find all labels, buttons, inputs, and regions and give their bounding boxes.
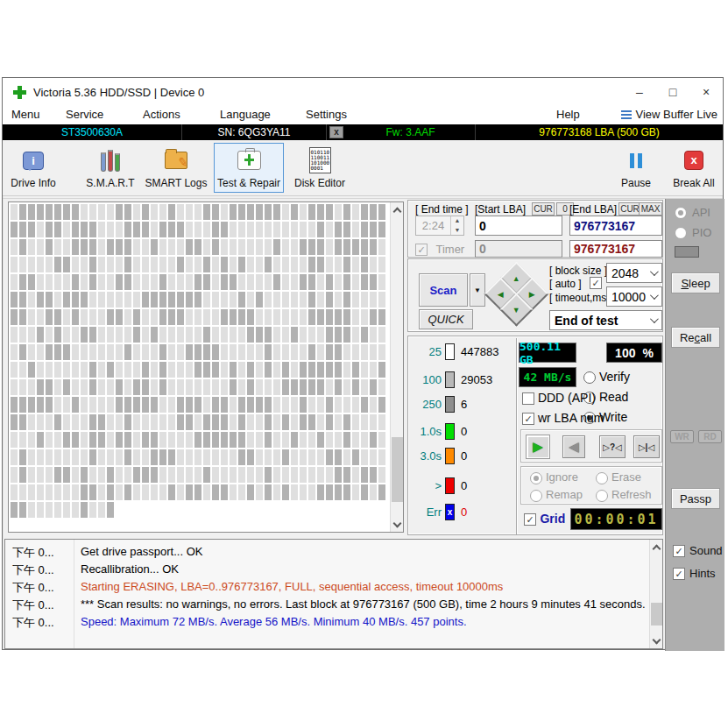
maximize-button[interactable]: □ xyxy=(656,78,689,106)
start-lba-cur-button[interactable]: CUR xyxy=(532,202,555,216)
block-cell xyxy=(361,204,368,220)
block-cell xyxy=(308,344,315,360)
block-cell xyxy=(247,239,254,255)
block-cell xyxy=(63,432,70,448)
block-cell xyxy=(168,362,175,378)
block-cell xyxy=(238,239,245,255)
block-cell xyxy=(378,484,385,500)
end-lba-input[interactable]: 976773167 xyxy=(569,216,662,236)
stat-block xyxy=(445,396,455,413)
spin-down-icon[interactable]: ▼ xyxy=(451,226,463,236)
break-all-button[interactable]: x Break All xyxy=(667,143,721,193)
block-cell xyxy=(98,344,105,360)
rd-button[interactable]: RD xyxy=(698,430,722,443)
elapsed-timer-display: 00:00:01 xyxy=(570,508,662,530)
find-error-button[interactable]: ▷?◁ xyxy=(599,435,626,458)
scrollbar-thumb[interactable] xyxy=(651,603,662,626)
block-cell xyxy=(168,397,175,413)
step-block-button[interactable]: ▷|◁ xyxy=(633,435,660,458)
disk-editor-button[interactable]: 010110 110011 101000 0001 Disk Editor xyxy=(289,143,350,193)
block-cell xyxy=(247,257,254,272)
drive-info-button[interactable]: i Drive Info xyxy=(8,143,59,193)
block-cell xyxy=(256,484,263,500)
end-of-test-select[interactable]: End of test xyxy=(549,310,662,330)
scan-button[interactable]: Scan xyxy=(419,273,468,307)
block-cell xyxy=(11,309,18,325)
action-refresh-label: Refresh xyxy=(611,488,652,501)
close-button[interactable]: × xyxy=(689,78,723,106)
menu-item-service[interactable]: Service xyxy=(66,108,103,121)
block-cell xyxy=(72,379,79,395)
block-cell xyxy=(370,274,377,290)
passp-button[interactable]: Passp xyxy=(671,488,720,509)
quick-button[interactable]: QUICK xyxy=(419,309,473,329)
smart-logs-button[interactable]: ✎ SMART Logs xyxy=(141,143,211,193)
block-cell xyxy=(194,432,201,448)
play-forward-button[interactable]: ▶ xyxy=(527,435,549,458)
minimize-button[interactable]: – xyxy=(623,78,656,106)
start-lba-input[interactable]: 0 xyxy=(475,216,562,236)
block-cell xyxy=(98,484,105,500)
block-cell xyxy=(273,467,280,483)
end-time-spinner[interactable]: 2:24 ▲▼ xyxy=(415,216,464,236)
block-cell xyxy=(343,484,350,500)
block-cell xyxy=(370,309,377,325)
test-repair-button[interactable]: Test & Repair xyxy=(214,143,284,193)
device-bar-close-button[interactable]: x xyxy=(329,126,343,138)
block-cell xyxy=(352,292,359,307)
block-cell xyxy=(370,257,377,272)
recall-button[interactable]: Recall xyxy=(671,327,720,348)
wr-lba-checkbox[interactable]: ✓ wr LBA num xyxy=(522,411,604,425)
smart-button[interactable]: S.M.A.R.T xyxy=(83,143,138,193)
block-cell xyxy=(352,257,359,272)
block-cell xyxy=(194,344,201,360)
scrollbar-thumb[interactable] xyxy=(392,437,403,502)
menu-item-settings[interactable]: Settings xyxy=(306,108,347,121)
play-back-button[interactable]: ◀ xyxy=(562,435,585,458)
pause-button[interactable]: Pause xyxy=(614,143,658,193)
auto-checkbox[interactable]: ✓ xyxy=(590,277,602,289)
block-cell xyxy=(194,257,201,272)
block-cell xyxy=(81,239,88,255)
hints-checkbox[interactable]: ✓Hints xyxy=(673,567,716,580)
timeout-select[interactable]: 10000 xyxy=(606,286,662,307)
block-cell xyxy=(265,327,272,343)
sleep-button[interactable]: Sleep xyxy=(671,272,720,293)
block-size-select[interactable]: 2048 xyxy=(606,263,662,283)
blockmap-scrollbar[interactable] xyxy=(390,202,403,532)
menu-item-help[interactable]: Help xyxy=(556,108,580,121)
action-ignore-radio: Ignore xyxy=(530,470,578,484)
block-cell xyxy=(343,239,350,255)
log-scrollbar[interactable] xyxy=(649,540,662,648)
end-lba-max-button[interactable]: MAX xyxy=(639,202,662,216)
block-cell xyxy=(300,222,307,237)
grid-checkbox[interactable]: ✓ Grid xyxy=(524,511,565,527)
ddd-api-checkbox[interactable]: DDD (API) xyxy=(522,391,596,405)
log-options-panel: ✓Sound ✓Hints xyxy=(665,537,724,651)
timer-checkbox[interactable]: ✓ Timer xyxy=(415,241,464,257)
block-cell xyxy=(151,432,158,448)
block-cell xyxy=(81,257,88,272)
scroll-up-icon[interactable] xyxy=(391,202,404,216)
block-cell xyxy=(186,274,193,290)
view-buffer-live-button[interactable]: View Buffer Live xyxy=(621,108,717,121)
scroll-down-icon[interactable] xyxy=(391,518,404,532)
scan-dropdown-button[interactable]: ▼ xyxy=(470,273,485,307)
spin-up-icon[interactable]: ▲ xyxy=(451,216,463,226)
menu-item-language[interactable]: Language xyxy=(220,108,271,121)
block-cell xyxy=(230,239,237,255)
block-cell xyxy=(256,292,263,307)
stat-row-100: 10029053 xyxy=(408,371,513,390)
sound-checkbox[interactable]: ✓Sound xyxy=(673,544,723,557)
menu-item-menu[interactable]: Menu xyxy=(11,108,40,121)
block-cell xyxy=(133,239,140,255)
scroll-down-icon[interactable] xyxy=(650,634,663,648)
checkbox-empty-icon xyxy=(522,392,534,405)
menu-item-actions[interactable]: Actions xyxy=(143,108,180,121)
scroll-up-icon[interactable] xyxy=(650,540,663,554)
block-cell xyxy=(72,274,79,290)
wr-button[interactable]: WR xyxy=(670,430,694,443)
mode-verify-radio[interactable]: Verify xyxy=(583,370,630,384)
block-cell xyxy=(133,397,140,413)
block-cell xyxy=(370,362,377,378)
